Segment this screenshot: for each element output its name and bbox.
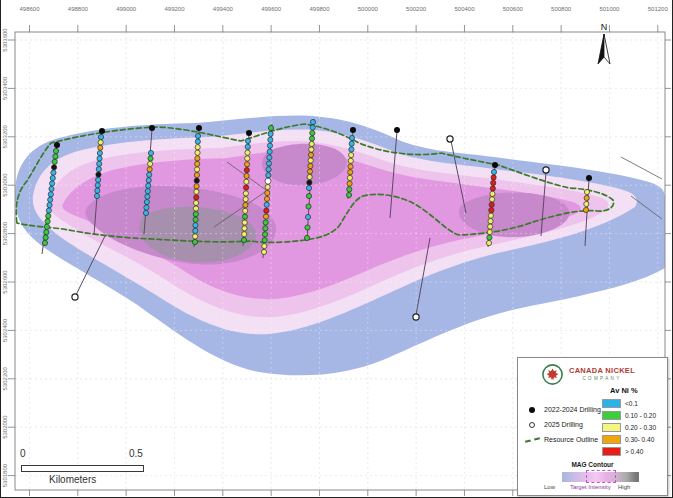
grade-label: 0.10 - 0.20 xyxy=(625,412,656,419)
assay-bead-yellow xyxy=(490,191,495,196)
assay-bead-orange xyxy=(147,167,152,172)
logo-text: CANADA NICKEL COMPANY xyxy=(564,366,640,381)
assay-bead-green xyxy=(304,235,309,240)
grade-row: > 0.40 xyxy=(602,448,656,455)
assay-bead-orange xyxy=(308,163,313,168)
map-figure: 4986004988004990004992004994004996004998… xyxy=(0,0,673,498)
x-axis-label: 501000 xyxy=(599,6,620,12)
grade-row: 0.30- 0.40 xyxy=(602,436,656,443)
assay-bead-blue xyxy=(268,137,273,142)
assay-bead-blue xyxy=(49,186,54,191)
assay-bead-blue xyxy=(48,192,53,197)
assay-bead-green xyxy=(487,235,492,240)
drill-collar-2022-2024 xyxy=(394,127,400,133)
target-intensity-box xyxy=(586,470,616,483)
assay-bead-blue xyxy=(349,141,354,146)
assay-bead-green xyxy=(263,226,268,231)
assay-bead-red xyxy=(244,168,249,173)
assay-bead-blue xyxy=(267,149,272,154)
assay-bead-green xyxy=(309,136,314,141)
assay-bead-blue xyxy=(144,199,149,204)
assay-bead-blue xyxy=(310,119,315,124)
assay-bead-green xyxy=(306,193,311,198)
assay-bead-orange xyxy=(194,172,199,177)
assay-bead-yellow xyxy=(487,229,492,234)
assay-bead-orange xyxy=(195,161,200,166)
assay-bead-yellow xyxy=(244,179,249,184)
assay-bead-blue xyxy=(193,228,198,233)
assay-bead-blue xyxy=(95,188,100,193)
assay-bead-black xyxy=(194,178,199,183)
assay-bead-white xyxy=(265,178,271,184)
assay-bead-orange xyxy=(583,207,588,212)
assay-bead-yellow xyxy=(243,197,248,202)
assay-bead-yellow xyxy=(245,156,250,161)
assay-bead-green xyxy=(242,214,247,219)
assay-bead-orange xyxy=(308,152,313,157)
assay-bead-black xyxy=(307,180,312,185)
x-axis-label: 499600 xyxy=(261,6,282,12)
x-axis-label: 501200 xyxy=(648,6,669,12)
assay-bead-orange xyxy=(348,170,353,175)
grade-swatch-green xyxy=(602,411,621,420)
filled-circle-icon xyxy=(524,407,540,413)
assay-bead-orange xyxy=(307,169,312,174)
assay-bead-yellow xyxy=(584,201,589,206)
assay-bead-yellow xyxy=(245,150,250,155)
assay-bead-yellow xyxy=(261,249,266,254)
assay-bead-orange xyxy=(265,190,270,195)
assay-bead-red xyxy=(264,208,269,213)
assay-bead-green xyxy=(192,239,197,244)
assay-bead-blue xyxy=(97,161,102,166)
drill-collar-2022-2024 xyxy=(99,128,105,134)
assay-bead-green xyxy=(262,238,267,243)
canada-nickel-logo xyxy=(541,363,564,386)
assay-bead-green xyxy=(193,212,198,217)
grade-swatch-yellow xyxy=(602,423,621,432)
drill-collar-2025 xyxy=(413,314,419,320)
x-axis-label: 499800 xyxy=(309,6,330,12)
assay-bead-green xyxy=(263,220,268,225)
assay-bead-green xyxy=(42,240,47,245)
assay-bead-blue xyxy=(143,210,148,215)
assay-bead-yellow xyxy=(194,167,199,172)
assay-bead-yellow xyxy=(488,224,493,229)
assay-bead-red xyxy=(194,195,199,200)
legend: CANADA NICKEL COMPANY Av Ni % 2022-2024 … xyxy=(517,357,668,496)
north-arrow: N xyxy=(593,19,615,67)
assay-bead-yellow xyxy=(265,184,270,189)
dashed-line-icon xyxy=(524,439,540,441)
grade-legend: <0.1 0.10 - 0.20 0.20 - 0.30 0.30- 0.40 … xyxy=(602,400,656,460)
assay-bead-blue xyxy=(95,183,100,188)
assay-bead-green xyxy=(193,217,198,222)
assay-bead-yellow xyxy=(242,226,247,231)
assay-bead-yellow xyxy=(584,189,589,194)
assay-bead-red xyxy=(489,202,494,207)
drill-collar-2022-2024 xyxy=(149,125,155,131)
assay-bead-green xyxy=(45,219,50,224)
grade-row: 0.10 - 0.20 xyxy=(602,412,656,419)
scale-bar: 0 0.5 Kilometers xyxy=(15,448,185,492)
assay-bead-red xyxy=(489,208,494,213)
x-axis-label: 499000 xyxy=(116,6,137,12)
y-axis-label: 5303000 xyxy=(2,173,8,197)
assay-bead-blue xyxy=(305,214,310,219)
assay-bead-blue xyxy=(264,202,269,207)
company-name: CANADA NICKEL xyxy=(564,366,640,375)
legend-item-label: Resource Outline xyxy=(544,436,598,443)
scale-bar-rect xyxy=(21,465,144,472)
assay-bead-orange xyxy=(263,214,268,219)
y-axis-label: 5302600 xyxy=(2,270,8,294)
scale-start-label: 0 xyxy=(20,448,26,459)
assay-bead-blue xyxy=(50,175,55,180)
assay-bead-green xyxy=(44,230,49,235)
mag-gradient-bar xyxy=(562,472,639,482)
assay-bead-blue xyxy=(349,135,354,140)
drill-collar-2025 xyxy=(447,136,453,142)
drill-collar-2022-2024 xyxy=(246,130,252,136)
assay-bead-blue xyxy=(144,205,149,210)
assay-bead-blue xyxy=(193,223,198,228)
assay-bead-blue xyxy=(245,144,250,149)
assay-bead-yellow xyxy=(195,145,200,150)
grade-label: 0.20 - 0.30 xyxy=(625,424,656,431)
